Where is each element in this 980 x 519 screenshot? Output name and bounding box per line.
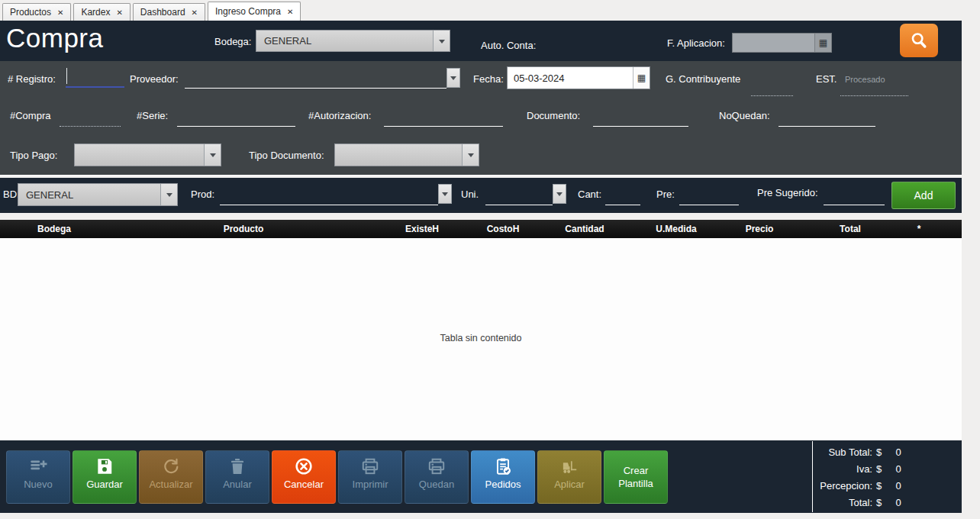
pre-sugerido-label: Pre Sugerido: [757,187,818,198]
auto-conta-label: Auto. Conta: [481,40,536,51]
header-bar: Compra Bodega: GENERAL Auto. Conta: F. A… [0,21,962,61]
calendar-icon[interactable]: ▦ [814,34,831,52]
guardar-button[interactable]: Guardar [73,450,137,504]
table-body: Tabla sin contenido [0,238,962,440]
serie-input[interactable] [177,108,295,127]
column-header-total[interactable]: Total [840,224,861,234]
tab-bar: Productos ✕ Kardex ✕ Dashboard ✕ Ingreso… [0,0,980,21]
percepcion-label: Percepcion: [815,480,872,492]
save-icon [95,456,114,476]
close-icon[interactable]: ✕ [116,8,122,17]
tipo-pago-label: Tipo Pago: [10,150,57,161]
clipboard-check-icon [493,456,513,476]
proveedor-label: Proveedor: [130,73,179,85]
totals-divider [812,441,813,512]
chevron-down-icon[interactable] [160,184,177,205]
pre-label: Pre: [656,189,675,200]
add-button[interactable]: Add [891,182,956,209]
tipo-documento-value [335,144,462,166]
chevron-down-icon[interactable] [462,144,479,166]
column-header-costoh[interactable]: CostoH [487,224,520,234]
fecha-value: 05-03-2024 [508,67,633,89]
column-header-actions[interactable]: * [917,224,921,234]
tab-productos[interactable]: Productos ✕ [2,3,71,21]
printer-icon [427,456,446,476]
tipo-documento-label: Tipo Documento: [249,150,324,161]
cant-label: Cant: [578,189,601,200]
crear-plantilla-button[interactable]: Crear Plantilla [604,450,668,504]
tab-dashboard[interactable]: Dashboard ✕ [133,3,205,21]
noquedan-label: NoQuedan: [719,110,770,121]
total-value: 0 [885,497,911,508]
column-header-bodega[interactable]: Bodega [37,224,71,234]
column-header-umedida[interactable]: U.Medida [656,224,696,234]
imprimir-button[interactable]: Imprimir [338,450,402,504]
pedidos-button[interactable]: Pedidos [471,450,535,504]
prod-combobox[interactable] [220,185,438,205]
tab-label: Ingreso Compra [215,6,281,17]
total-label: Total: [815,497,872,508]
documento-label: Documento: [527,110,580,121]
tab-label: Productos [10,7,51,18]
forklift-icon [559,456,579,476]
proveedor-dropdown-arrow-icon[interactable] [446,68,460,88]
currency-symbol: $ [876,446,885,458]
bodega-label: Bodega: [214,36,251,47]
bodega-select[interactable]: GENERAL [256,30,450,52]
aplicar-button[interactable]: Aplicar [537,450,601,504]
uni-dropdown-arrow-icon[interactable] [553,184,566,204]
subtotal-value: 0 [885,446,911,458]
tipo-documento-select[interactable] [334,143,479,166]
tipo-pago-select[interactable] [74,143,221,166]
serie-label: #Serie: [137,110,168,121]
pre-sugerido-input[interactable] [824,185,885,205]
subtotal-label: Sub Total: [815,446,872,458]
registro-label: # Registro: [8,73,56,85]
purchase-form: # Registro: Proveedor: Fecha: 05-03-2024… [0,61,962,176]
cant-input[interactable] [605,185,640,205]
calendar-icon[interactable]: ▦ [633,67,650,89]
column-header-existeh[interactable]: ExisteH [405,224,439,234]
compra-field[interactable] [60,113,121,127]
nuevo-button[interactable]: Nuevo [6,450,70,504]
bodega-selected-value: GENERAL [256,31,433,51]
search-button[interactable] [900,24,938,57]
column-header-precio[interactable]: Precio [746,224,774,234]
search-icon [909,31,929,50]
anular-button[interactable]: Anular [205,450,269,504]
actualizar-button[interactable]: Actualizar [139,450,203,504]
documento-input[interactable] [593,108,688,127]
contribuyente-field[interactable] [751,82,793,96]
autorizacion-input[interactable] [384,108,503,127]
f-aplicacion-datepicker[interactable]: ▦ [732,33,832,53]
registro-input[interactable] [66,66,124,88]
close-icon[interactable]: ✕ [287,8,293,16]
proveedor-combobox[interactable] [185,69,446,89]
currency-symbol: $ [876,463,885,475]
action-buttons: Nuevo Guardar Actualizar [6,450,668,504]
f-aplicacion-label: F. Aplicacion: [667,37,725,49]
column-header-cantidad[interactable]: Cantidad [565,224,604,234]
close-icon[interactable]: ✕ [192,8,198,17]
pre-input[interactable] [679,185,739,205]
cancelar-button[interactable]: Cancelar [272,450,336,504]
currency-symbol: $ [876,480,885,492]
chevron-down-icon[interactable] [433,31,450,51]
tab-ingreso-compra[interactable]: Ingreso Compra ✕ [208,2,301,21]
fecha-label: Fecha: [473,73,504,85]
bd-select[interactable]: GENERAL [18,183,178,206]
page-title: Compra [6,23,103,53]
table-header: Bodega Producto ExisteH CostoH Cantidad … [0,220,962,238]
quedan-button[interactable]: Quedan [405,450,469,504]
subtotal-row: Sub Total: $ 0 [815,443,911,460]
column-header-producto[interactable]: Producto [224,224,264,234]
prod-dropdown-arrow-icon[interactable] [438,184,452,204]
est-field [840,82,908,96]
tab-kardex[interactable]: Kardex ✕ [73,3,130,21]
uni-combobox[interactable] [485,185,553,205]
chevron-down-icon[interactable] [204,144,221,166]
close-icon[interactable]: ✕ [57,8,63,17]
uni-label: Uni. [461,189,479,200]
fecha-datepicker[interactable]: 05-03-2024 ▦ [507,66,650,89]
noquedan-input[interactable] [779,108,875,127]
